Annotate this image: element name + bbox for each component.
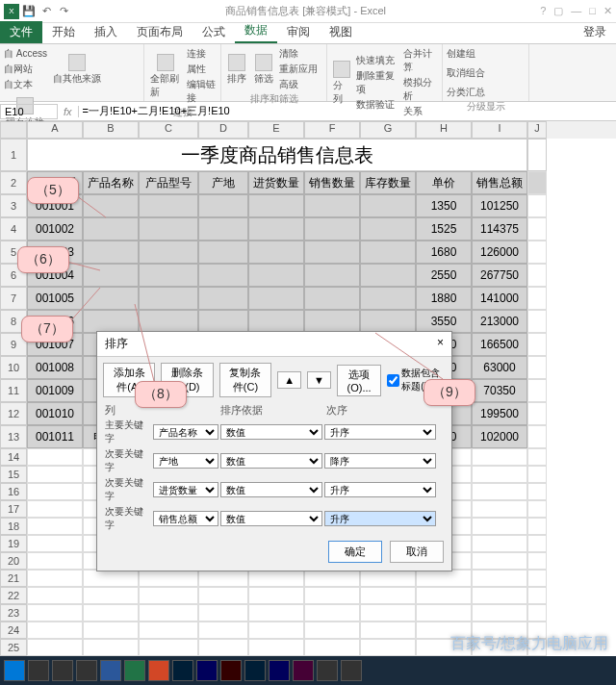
col-header[interactable]: I [472, 121, 527, 139]
cancel-button[interactable]: 取消 [390, 541, 444, 563]
from-text-button[interactable]: 自文本 [4, 77, 47, 92]
cell[interactable] [527, 570, 547, 587]
cell[interactable]: 70350 [472, 379, 527, 402]
cell[interactable] [248, 264, 304, 287]
cell[interactable] [198, 264, 248, 287]
cell[interactable] [27, 604, 83, 622]
tab-review[interactable]: 审阅 [277, 21, 320, 43]
row-header[interactable]: 12 [0, 402, 27, 425]
name-box[interactable]: E10 [0, 104, 58, 119]
row-header[interactable]: 7 [0, 287, 27, 310]
cell[interactable] [83, 264, 139, 287]
refresh-all-button[interactable]: 全部刷新 [148, 53, 183, 100]
col-header[interactable]: A [27, 121, 83, 139]
au-icon[interactable] [244, 660, 266, 681]
row-header[interactable]: 4 [0, 217, 27, 241]
cell[interactable] [527, 500, 547, 518]
cell[interactable]: 001008 [27, 356, 83, 379]
cell[interactable] [472, 518, 527, 535]
undo-icon[interactable]: ↶ [38, 4, 54, 19]
cell[interactable]: 141000 [472, 287, 527, 310]
cell[interactable] [304, 264, 360, 287]
cell[interactable] [360, 310, 416, 333]
cell[interactable]: 63000 [472, 356, 527, 379]
cell[interactable] [416, 570, 472, 587]
row-header[interactable]: 19 [0, 535, 27, 552]
cell[interactable] [83, 570, 139, 587]
cell[interactable] [248, 310, 304, 333]
sort-by-select[interactable]: 数值 [220, 482, 322, 497]
formula-input[interactable]: =一月!E10+二月!E10+三月!E10 [79, 103, 616, 119]
row-header[interactable]: 21 [0, 570, 27, 587]
cell[interactable] [83, 604, 139, 622]
tab-layout[interactable]: 页面布局 [127, 21, 192, 43]
cell[interactable] [83, 287, 139, 310]
cell[interactable] [198, 622, 248, 639]
login-link[interactable]: 登录 [574, 21, 616, 43]
sort-column-select[interactable]: 进货数量 [153, 482, 218, 497]
sort-order-select[interactable]: 升序 [324, 424, 436, 440]
explorer-icon[interactable] [76, 660, 97, 681]
from-access-button[interactable]: 自 Access [4, 46, 47, 62]
cell[interactable] [27, 535, 83, 552]
tab-view[interactable]: 视图 [320, 21, 362, 43]
row-header[interactable]: 13 [0, 425, 27, 448]
ae-icon[interactable] [269, 660, 290, 681]
cell[interactable] [416, 604, 472, 622]
col-header[interactable]: F [304, 121, 360, 139]
cell[interactable]: 101250 [472, 194, 527, 217]
cell[interactable] [304, 604, 360, 622]
sort-order-select[interactable]: 升序 [324, 511, 436, 526]
cell[interactable] [304, 570, 360, 587]
cell[interactable]: 1680 [416, 241, 472, 264]
cell[interactable] [83, 310, 139, 333]
cell[interactable] [27, 587, 83, 604]
connections-button[interactable]: 连接 [187, 46, 218, 62]
cell[interactable] [83, 587, 139, 604]
select-all-corner[interactable] [0, 121, 27, 139]
cell[interactable] [248, 604, 304, 622]
cell[interactable]: 1525 [416, 217, 472, 241]
word-icon[interactable] [100, 660, 121, 681]
cell[interactable] [27, 639, 83, 656]
table-header[interactable]: 销售数量 [304, 171, 360, 194]
cell[interactable]: 001010 [27, 402, 83, 425]
row-header[interactable]: 18 [0, 518, 27, 535]
row-header[interactable]: 11 [0, 379, 27, 402]
cell[interactable] [527, 535, 547, 552]
copy-level-button[interactable]: 复制条件(C) [219, 363, 272, 397]
cell[interactable] [472, 466, 527, 483]
cell[interactable]: 126000 [472, 241, 527, 264]
cell[interactable] [139, 241, 198, 264]
worksheet[interactable]: A B C D E F G H I J 1 一季度商品销售信息表 2 产品ID号… [0, 121, 616, 660]
row-header[interactable]: 15 [0, 466, 27, 483]
cell[interactable] [248, 639, 304, 656]
cell[interactable] [304, 639, 360, 656]
from-other-button[interactable]: 自其他来源 [51, 53, 103, 87]
dialog-close-icon[interactable]: × [437, 336, 444, 352]
tab-file[interactable]: 文件 [0, 21, 42, 43]
cell[interactable]: 114375 [472, 217, 527, 241]
cell[interactable] [83, 639, 139, 656]
col-header[interactable]: C [139, 121, 198, 139]
sort-column-select[interactable]: 销售总额 [153, 511, 218, 526]
filter-button[interactable]: 筛选 [252, 53, 275, 87]
cell[interactable] [360, 241, 416, 264]
from-web-button[interactable]: 自网站 [4, 62, 47, 77]
cell[interactable] [248, 587, 304, 604]
sort-order-select[interactable]: 降序 [324, 453, 436, 469]
cell[interactable] [27, 552, 83, 570]
cell[interactable] [527, 483, 547, 500]
cell[interactable] [83, 217, 139, 241]
ribbon-toggle-icon[interactable]: ▢ [553, 5, 563, 17]
cell[interactable] [416, 587, 472, 604]
cell[interactable] [139, 194, 198, 217]
cell[interactable] [198, 570, 248, 587]
cell[interactable] [139, 287, 198, 310]
cortana-icon[interactable] [52, 660, 73, 681]
redo-icon[interactable]: ↷ [56, 4, 71, 19]
row-header[interactable]: 3 [0, 194, 27, 217]
cell[interactable] [248, 622, 304, 639]
cell[interactable] [360, 587, 416, 604]
tab-data[interactable]: 数据 [235, 19, 277, 43]
